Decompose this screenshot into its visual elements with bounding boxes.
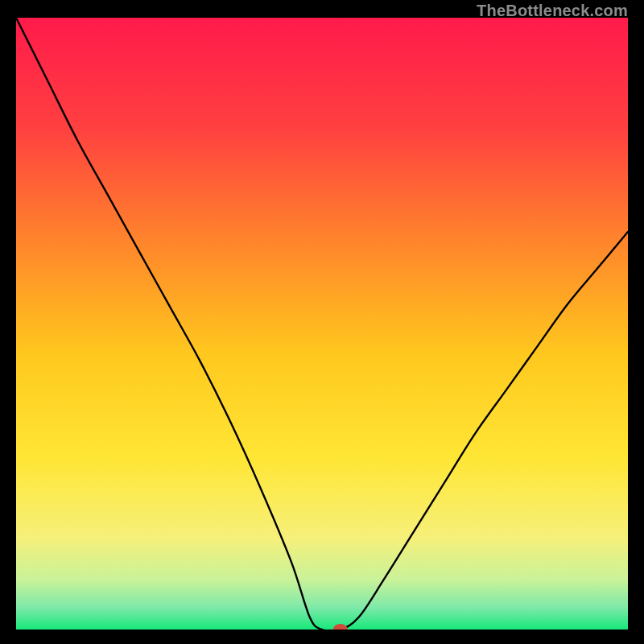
chart-svg (16, 18, 628, 630)
plot-area (16, 18, 628, 630)
chart-background (16, 18, 628, 630)
chart-frame: TheBottleneck.com (0, 0, 644, 644)
